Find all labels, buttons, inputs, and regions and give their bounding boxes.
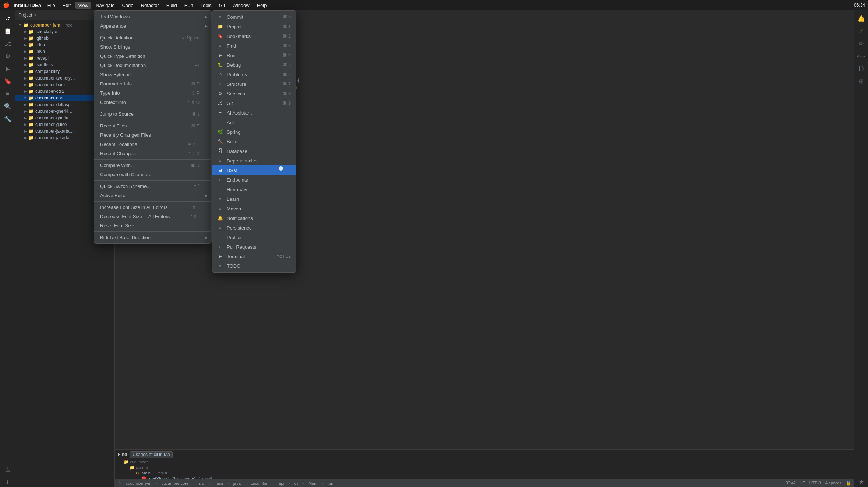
menu-refactor[interactable]: Refactor (138, 2, 162, 9)
tw-project[interactable]: 📁 Project ⌘ 1 (212, 22, 296, 31)
tw-git[interactable]: ⎇ Git ⌘ 9 (212, 98, 296, 108)
sidebar-icon-tools[interactable]: 🔧 (3, 113, 13, 124)
right-icon-star[interactable]: ★ (856, 477, 867, 487)
tw-debug[interactable]: 🐛 Debug ⌘ 5 (212, 60, 296, 70)
menu-item-label: Tool Windows (100, 14, 130, 20)
menu-item-label: Quick Type Definition (100, 53, 145, 59)
sidebar-icon-structure[interactable]: ≡ (3, 88, 13, 99)
sidebar-icon-problems[interactable]: ⚠ (3, 464, 13, 474)
tw-shortcut: ⌘ 2 (283, 34, 291, 39)
right-icon-grid[interactable]: ⊞ (856, 76, 867, 86)
menu-tools[interactable]: Tools (197, 2, 214, 9)
tw-find[interactable]: ○ Find ⌘ 3 (212, 41, 296, 50)
sidebar-icon-bookmarks[interactable]: 🔖 (3, 76, 13, 86)
menu-item-label: Active Editor (100, 193, 127, 198)
tree-item-label: .idea (35, 42, 45, 48)
tw-item-label: Persistence (227, 225, 252, 231)
tw-persistence[interactable]: ○ Persistence (212, 223, 296, 232)
menu-reset-font[interactable]: Reset Font Size (94, 221, 211, 230)
tw-todo[interactable]: ○ TODO (212, 261, 296, 271)
find-query[interactable]: Usages of cli in Ma (130, 451, 172, 458)
tw-hierarchy[interactable]: ○ Hierarchy (212, 185, 296, 194)
menu-edit[interactable]: Edit (60, 2, 74, 9)
tw-build[interactable]: 🔨 Build (212, 137, 296, 146)
right-icon-check[interactable]: ✓ (856, 26, 867, 36)
menu-recent-files[interactable]: Recent Files ⌘ E (94, 121, 211, 130)
tw-profiler[interactable]: ○ Profiler (212, 232, 296, 242)
menu-help[interactable]: Help (254, 2, 270, 9)
tw-endpoints[interactable]: ○ Endpoints (212, 175, 296, 185)
tree-root-icon: 📁 (23, 22, 29, 28)
sidebar-icon-project[interactable]: 🗂 (3, 13, 13, 24)
tree-arrow: ▶ (24, 109, 27, 113)
tree-arrow: ▶ (24, 36, 27, 40)
tw-dsm[interactable]: ⊞ DSM (212, 165, 296, 175)
menu-active-editor[interactable]: Active Editor (94, 191, 211, 200)
menu-code[interactable]: Code (119, 2, 136, 9)
menu-item-label: Quick Definition (100, 35, 134, 41)
right-icon-pen[interactable]: ✏ (856, 38, 867, 49)
menu-appearance[interactable]: Appearance (94, 21, 211, 31)
tw-dependencies[interactable]: ○ Dependencies (212, 156, 296, 165)
menu-item-label: Show Siblings (100, 44, 130, 50)
tw-ai-assistant[interactable]: ✦ AI Assistant (212, 108, 296, 118)
menu-quick-type[interactable]: Quick Type Definition (94, 52, 211, 61)
debug-icon: 🐛 (217, 62, 223, 68)
sidebar-icon-search[interactable]: 🔍 (3, 101, 13, 111)
notifications-icon: 🔔 (217, 215, 223, 221)
sidebar-icon-refactor[interactable]: ⚙ (3, 51, 13, 61)
menu-type-info[interactable]: Type Info ⌃⇧ P (94, 88, 211, 98)
tw-commit[interactable]: ○ Commit ⌘ 0 (212, 12, 296, 22)
tw-bookmarks[interactable]: 🔖 Bookmarks ⌘ 2 (212, 31, 296, 41)
menu-git[interactable]: Git (216, 2, 228, 9)
tw-maven[interactable]: ○ Maven (212, 204, 296, 213)
tw-shortcut: ⌥ F12 (277, 254, 291, 259)
menu-build[interactable]: Build (163, 2, 180, 9)
menu-parameter-info[interactable]: Parameter Info ⌘ P (94, 79, 211, 88)
sidebar-icon-info[interactable]: ℹ (3, 477, 13, 487)
tw-run[interactable]: ▶ Run ⌘ 4 (212, 50, 296, 60)
tw-spring[interactable]: 🌿 Spring (212, 127, 296, 137)
tw-notifications[interactable]: 🔔 Notifications (212, 213, 296, 223)
menu-recently-changed[interactable]: Recently Changed Files (94, 130, 211, 140)
right-icon-notifications[interactable]: 🔔 (856, 13, 867, 24)
menu-recent-locations[interactable]: Recent Locations ⌘⇧ E (94, 140, 211, 149)
menu-show-bytecode[interactable]: Show Bytecode (94, 70, 211, 79)
menu-increase-font[interactable]: Increase Font Size in All Editors ⌃⇧ = (94, 203, 211, 212)
tw-pull-requests[interactable]: ○ Pull Requests (212, 242, 296, 252)
breadcrumb-part: cucumber (251, 481, 269, 486)
tree-item-label: compatibility (35, 69, 60, 74)
menu-window[interactable]: Window (229, 2, 252, 9)
menu-context-info[interactable]: Context Info ⌃⇧ Q (94, 98, 211, 107)
right-icon-code[interactable]: { } (856, 63, 867, 74)
tw-database[interactable]: 🗄 Database (212, 146, 296, 156)
menu-compare-clipboard[interactable]: Compare with Clipboard (94, 170, 211, 179)
menu-quick-doc[interactable]: Quick Documentation F1 (94, 61, 211, 70)
menu-show-siblings[interactable]: Show Siblings (94, 42, 211, 52)
folder-icon: 📁 (28, 49, 34, 54)
menu-quick-switch[interactable]: Quick Switch Scheme... ⌃ ` (94, 182, 211, 191)
menu-recent-changes[interactable]: Recent Changes ⌃⇧ C (94, 149, 211, 158)
menu-decrease-font[interactable]: Decrease Font Size in All Editors ⌃⇧ - (94, 212, 211, 221)
tw-services[interactable]: ⚙ Services ⌘ 8 (212, 89, 296, 98)
sidebar-icon-run[interactable]: ▶ (3, 63, 13, 74)
tw-problems[interactable]: ⚠ Problems ⌘ 6 (212, 70, 296, 79)
right-icon-diff[interactable]: ⟺ (856, 51, 867, 61)
project-dropdown-icon[interactable]: ▾ (34, 13, 36, 18)
menu-compare-with[interactable]: Compare With... ⌘ D (94, 161, 211, 170)
menu-run[interactable]: Run (181, 2, 196, 9)
menu-quick-definition[interactable]: Quick Definition ⌥ Space (94, 33, 211, 42)
menu-jump-to-source[interactable]: Jump to Source ⌘ ↓ (94, 109, 211, 119)
tw-ant[interactable]: ○ Ant (212, 118, 296, 127)
sidebar-icon-commit[interactable]: 📋 (3, 26, 13, 36)
menu-view[interactable]: View (75, 2, 91, 9)
tw-terminal[interactable]: ▶ Terminal ⌥ F12 (212, 252, 296, 261)
menu-tool-windows[interactable]: Tool Windows (94, 12, 211, 21)
tw-structure[interactable]: ≡ Structure ⌘ 7 (212, 79, 296, 89)
menu-navigate[interactable]: Navigate (93, 2, 117, 9)
tw-learn[interactable]: ○ Learn (212, 194, 296, 204)
sidebar-icon-git[interactable]: ⎇ (3, 38, 13, 49)
menu-file[interactable]: File (45, 2, 58, 9)
menu-bidi-text[interactable]: Bidi Text Base Direction (94, 233, 211, 242)
tw-item-label: Problems (227, 72, 247, 77)
